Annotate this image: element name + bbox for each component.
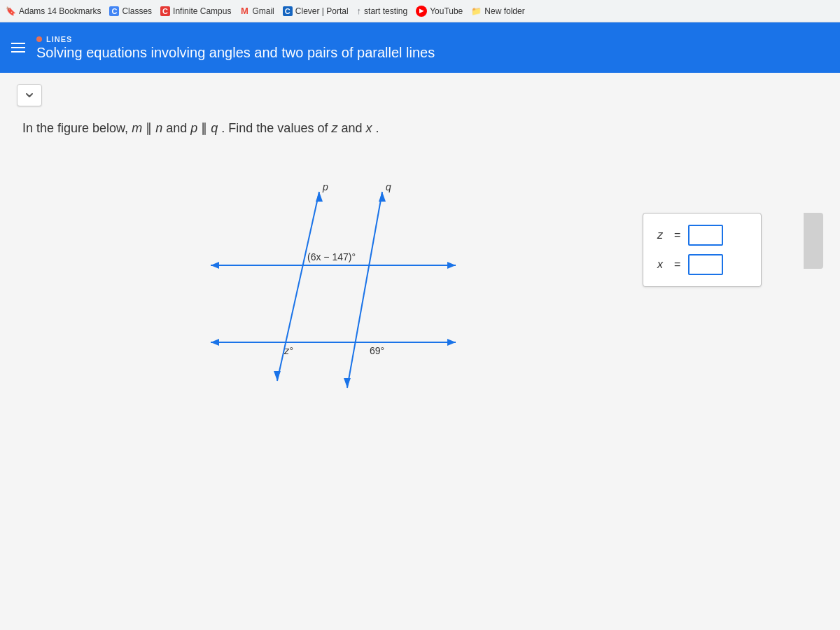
gmail-icon: M xyxy=(239,6,249,16)
topic-dot-icon xyxy=(36,36,42,42)
x-label: x xyxy=(657,258,668,271)
app-header: LINES Solving equations involving angles… xyxy=(0,22,840,73)
bookmark-adams14[interactable]: 🔖 Adams 14 Bookmarks xyxy=(6,6,101,16)
expand-button[interactable] xyxy=(17,84,42,106)
header-topic: LINES xyxy=(36,35,435,43)
answer-box: z = x = xyxy=(643,213,762,287)
svg-marker-1 xyxy=(211,262,219,269)
parallel-symbol-2: ∥ xyxy=(201,121,207,135)
geometry-diagram: p q (6x − 147)° z° 69° xyxy=(155,157,505,423)
x-input[interactable] xyxy=(688,254,723,275)
page-title: Solving equations involving angles and t… xyxy=(36,45,435,61)
variable-x-text: x xyxy=(366,121,372,135)
bookmark-starttesting[interactable]: ↑ start testing xyxy=(357,6,408,16)
problem-statement: In the figure below, m ∥ n and p ∥ q . F… xyxy=(22,120,823,136)
bookmark-newfolder[interactable]: 📁 New folder xyxy=(471,6,524,16)
bookmarks-bar: 🔖 Adams 14 Bookmarks C Classes C Infinit… xyxy=(0,0,840,22)
infinitecampus-icon: C xyxy=(160,6,170,16)
svg-line-9 xyxy=(347,192,382,388)
diagram-container: p q (6x − 147)° z° 69° z = x = xyxy=(17,157,823,423)
svg-marker-7 xyxy=(316,192,323,202)
svg-marker-10 xyxy=(379,192,386,202)
svg-line-6 xyxy=(277,192,319,381)
variable-q: q xyxy=(211,121,218,135)
svg-marker-4 xyxy=(211,339,219,346)
starttesting-icon: ↑ xyxy=(357,6,362,16)
header-content: LINES Solving equations involving angles… xyxy=(36,35,435,61)
chevron-down-icon xyxy=(24,90,35,101)
answer-row-z: z = xyxy=(657,225,747,246)
variable-n: n xyxy=(155,121,162,135)
diagram-area: p q (6x − 147)° z° 69° xyxy=(17,157,643,423)
bookmark-youtube[interactable]: ▶ YouTube xyxy=(416,6,463,17)
clever-icon: C xyxy=(283,6,293,16)
angle-z-label: z° xyxy=(284,345,293,356)
svg-marker-8 xyxy=(274,371,281,381)
answer-row-x: x = xyxy=(657,254,747,275)
bookmark-infinitecampus[interactable]: C Infinite Campus xyxy=(160,6,231,16)
line-q-label: q xyxy=(386,181,391,192)
svg-marker-11 xyxy=(344,378,351,388)
variable-z-text: z xyxy=(331,121,337,135)
bookmark-gmail[interactable]: M Gmail xyxy=(239,6,274,16)
bookmark-icon-adams14: 🔖 xyxy=(6,6,16,16)
angle-6x-label: (6x − 147)° xyxy=(307,251,356,262)
svg-marker-2 xyxy=(447,262,456,269)
side-panel xyxy=(804,213,823,269)
z-input[interactable] xyxy=(688,225,723,246)
classes-icon: C xyxy=(109,6,119,16)
hamburger-menu[interactable] xyxy=(11,43,25,52)
variable-m: m xyxy=(132,121,142,135)
angle-69-label: 69° xyxy=(370,345,384,356)
main-content: In the figure below, m ∥ n and p ∥ q . F… xyxy=(0,73,840,630)
youtube-icon: ▶ xyxy=(416,6,427,17)
equals-sign-x: = xyxy=(674,258,682,271)
bookmark-clever[interactable]: C Clever | Portal xyxy=(283,6,349,16)
parallel-symbol-1: ∥ xyxy=(146,121,152,135)
variable-p: p xyxy=(190,121,197,135)
bookmark-classes[interactable]: C Classes xyxy=(109,6,152,16)
svg-marker-5 xyxy=(447,339,456,346)
line-p-label: p xyxy=(322,181,328,192)
z-label: z xyxy=(657,229,668,241)
equals-sign-z: = xyxy=(674,229,682,241)
folder-icon: 📁 xyxy=(471,6,482,16)
